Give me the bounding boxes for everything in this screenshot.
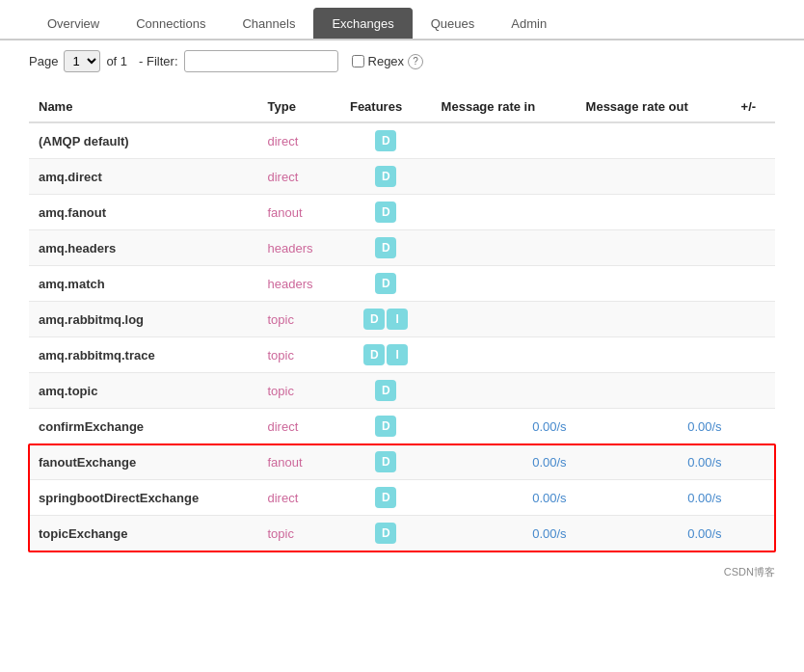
table-row: amq.directdirectD xyxy=(29,159,775,195)
rate-in xyxy=(432,230,576,266)
exchange-name[interactable]: amq.topic xyxy=(29,373,257,409)
exchange-name[interactable]: amq.match xyxy=(29,266,257,302)
exchange-name[interactable]: amq.fanout xyxy=(29,195,257,230)
exchanges-table: NameTypeFeaturesMessage rate inMessage r… xyxy=(29,92,775,551)
exchange-type: fanout xyxy=(257,195,339,230)
table-row: amq.headersheadersD xyxy=(29,230,775,266)
table-body: (AMQP default)directDamq.directdirectDam… xyxy=(29,122,775,551)
tab-queues[interactable]: Queues xyxy=(413,8,494,39)
feature-badge-i: I xyxy=(387,309,408,330)
pm-col xyxy=(732,337,775,373)
table-row: topicExchangetopicD0.00/s0.00/s xyxy=(29,516,775,551)
exchange-features: D xyxy=(340,516,432,551)
rate-out xyxy=(576,337,732,373)
table-row: amq.rabbitmq.tracetopicDI xyxy=(29,337,775,373)
exchange-name[interactable]: fanoutExchange xyxy=(29,444,257,480)
pm-col xyxy=(732,195,775,230)
tab-connections[interactable]: Connections xyxy=(118,8,224,39)
regex-label: Regex xyxy=(368,54,405,68)
exchange-type: headers xyxy=(257,230,339,266)
exchange-features: D xyxy=(340,373,432,409)
exchange-name[interactable]: confirmExchange xyxy=(29,409,257,444)
exchange-features: D xyxy=(340,230,432,266)
table-header: NameTypeFeaturesMessage rate inMessage r… xyxy=(29,92,775,122)
exchange-type: headers xyxy=(257,266,339,302)
tab-admin[interactable]: Admin xyxy=(493,8,565,39)
exchange-name[interactable]: (AMQP default) xyxy=(29,122,257,159)
regex-checkbox[interactable] xyxy=(352,55,364,67)
help-icon[interactable]: ? xyxy=(408,54,423,69)
tab-channels[interactable]: Channels xyxy=(224,8,313,39)
exchange-features: D xyxy=(340,122,432,159)
feature-badge-d: D xyxy=(375,487,396,508)
exchange-features: D xyxy=(340,195,432,230)
col-header-features: Features xyxy=(340,92,432,122)
regex-container: Regex ? xyxy=(352,54,424,69)
feature-badge-d: D xyxy=(375,202,396,223)
exchange-type: topic xyxy=(257,373,339,409)
exchange-features: D xyxy=(340,409,432,444)
table-row: amq.rabbitmq.logtopicDI xyxy=(29,302,775,337)
exchange-features: D xyxy=(340,444,432,480)
feature-badge-d: D xyxy=(375,451,396,472)
pm-col xyxy=(732,122,775,159)
tabs-container: OverviewConnectionsChannelsExchangesQueu… xyxy=(0,0,804,40)
pm-col xyxy=(732,373,775,409)
exchange-name[interactable]: amq.direct xyxy=(29,159,257,195)
rate-in: 0.00/s xyxy=(432,480,576,516)
exchange-type: direct xyxy=(257,122,339,159)
rate-in xyxy=(432,122,576,159)
feature-badge-d: D xyxy=(363,309,385,330)
rate-in xyxy=(432,195,576,230)
table-wrapper: NameTypeFeaturesMessage rate inMessage r… xyxy=(29,92,775,551)
col-header-message-rate-out: Message rate out xyxy=(576,92,732,122)
exchanges-table-container: NameTypeFeaturesMessage rate inMessage r… xyxy=(0,82,804,561)
exchange-name[interactable]: amq.rabbitmq.log xyxy=(29,302,257,337)
exchange-type: direct xyxy=(257,480,339,516)
pm-col xyxy=(732,516,775,551)
rate-in xyxy=(432,159,576,195)
feature-badge-d: D xyxy=(363,344,385,365)
exchange-type: topic xyxy=(257,337,339,373)
tab-overview[interactable]: Overview xyxy=(29,8,118,39)
page-select[interactable]: 1 xyxy=(64,50,100,72)
exchange-type: topic xyxy=(257,302,339,337)
exchange-name[interactable]: topicExchange xyxy=(29,516,257,551)
rate-out xyxy=(576,230,732,266)
feature-badge-d: D xyxy=(375,166,396,187)
rate-in: 0.00/s xyxy=(432,444,576,480)
exchange-name[interactable]: amq.rabbitmq.trace xyxy=(29,337,257,373)
rate-out xyxy=(576,159,732,195)
col-header-name: Name xyxy=(29,92,257,122)
tab-exchanges[interactable]: Exchanges xyxy=(313,8,412,39)
exchange-name[interactable]: springbootDirectExchange xyxy=(29,480,257,516)
exchange-name[interactable]: amq.headers xyxy=(29,230,257,266)
exchange-features: DI xyxy=(340,337,432,373)
table-row: springbootDirectExchangedirectD0.00/s0.0… xyxy=(29,480,775,516)
rate-out: 0.00/s xyxy=(576,516,732,551)
rate-in xyxy=(432,373,576,409)
of-label: of 1 xyxy=(106,54,127,68)
feature-badge-d: D xyxy=(375,237,396,258)
filter-label: - Filter: xyxy=(139,54,177,68)
feature-badge-d: D xyxy=(375,273,396,294)
rate-out xyxy=(576,195,732,230)
pm-col xyxy=(732,444,775,480)
exchange-type: direct xyxy=(257,159,339,195)
exchange-features: DI xyxy=(340,302,432,337)
rate-out xyxy=(576,266,732,302)
rate-in: 0.00/s xyxy=(432,516,576,551)
pm-col xyxy=(732,159,775,195)
feature-badge-d: D xyxy=(375,416,396,437)
table-row: amq.fanoutfanoutD xyxy=(29,195,775,230)
table-row: confirmExchangedirectD0.00/s0.00/s xyxy=(29,409,775,444)
rate-in: 0.00/s xyxy=(432,409,576,444)
rate-in xyxy=(432,302,576,337)
rate-out xyxy=(576,122,732,159)
pm-col xyxy=(732,480,775,516)
table-row: amq.topictopicD xyxy=(29,373,775,409)
filter-input[interactable] xyxy=(184,50,338,72)
exchange-features: D xyxy=(340,159,432,195)
table-row: (AMQP default)directD xyxy=(29,122,775,159)
rate-out xyxy=(576,302,732,337)
